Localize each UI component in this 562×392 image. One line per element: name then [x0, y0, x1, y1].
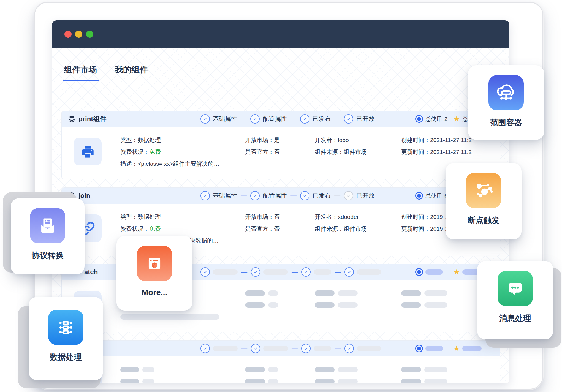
skeleton-pill: [315, 302, 335, 308]
minimize-window-button[interactable]: [75, 31, 82, 38]
component-card-skeleton[interactable]: — — — ★: [61, 340, 500, 383]
skeleton-pill: [315, 379, 335, 383]
field-label: 开放市场：: [245, 214, 274, 220]
skeleton-pill: [120, 314, 219, 320]
chip-breakpoint-trigger[interactable]: 断点触发: [446, 163, 522, 239]
status-steps-skeleton: — — —: [200, 264, 381, 280]
close-window-button[interactable]: [64, 31, 72, 38]
usage-stat-skeleton: [415, 264, 443, 280]
field-label: 创建时间：: [401, 137, 430, 143]
step-dash: —: [290, 115, 297, 122]
usage-label: 总使用: [425, 192, 442, 200]
field-value: 数据处理: [138, 214, 161, 220]
skeleton-pill: [268, 379, 278, 383]
chip-message-processing[interactable]: 消息处理: [477, 261, 553, 339]
check-circle-icon: [251, 267, 260, 277]
skeleton-pill: [401, 379, 421, 383]
field-value: xdooder: [338, 214, 359, 220]
skeleton-pill: [315, 290, 335, 296]
skeleton-pill: [120, 379, 139, 383]
step-dash: —: [290, 192, 297, 199]
skeleton-pill: [357, 346, 381, 351]
step-dash: —: [292, 345, 298, 352]
skeleton-pill: [424, 379, 447, 383]
usage-value: 2: [444, 116, 447, 122]
layers-icon: [68, 115, 75, 123]
skeleton-pill: [142, 379, 154, 383]
card-header: join 基础属性 — 配置属性 — 已发布 — 已开放: [62, 188, 500, 204]
chip-data-processing[interactable]: 数据处理: [29, 297, 103, 380]
window-content: 组件市场 我的组件 print组件 基础属性 — 配置属性 —: [52, 48, 509, 383]
card-header: print组件 基础属性 — 配置属性 — 已发布 — 已开放: [62, 111, 500, 127]
check-circle-icon: [344, 114, 353, 124]
field-label: 资费状况：: [120, 149, 149, 155]
tab-component-market[interactable]: 组件市场: [64, 64, 97, 75]
field-value: 2021-11-27 11:2: [430, 137, 472, 143]
check-circle-icon: [200, 267, 210, 277]
field-label: 开放市场：: [245, 137, 274, 143]
zoom-window-button[interactable]: [86, 31, 93, 38]
usage-stat: 总使用 2: [415, 111, 447, 127]
check-circle-icon: [301, 344, 311, 353]
card-header: — — — ★: [62, 341, 500, 356]
skeleton-pill: [314, 269, 331, 275]
check-circle-icon: [250, 191, 260, 200]
field-label: 是否官方：: [245, 225, 274, 232]
status-steps: 基础属性 — 配置属性 — 已发布 — 已开放: [200, 188, 374, 204]
card-title-label: join: [78, 192, 90, 200]
field-value: 数据处理: [138, 137, 161, 143]
usage-label: 总使用: [425, 115, 442, 123]
skeleton-pill: [424, 302, 447, 308]
star-icon: ★: [453, 268, 460, 276]
field-label: 开发者：: [315, 137, 338, 143]
skeleton-pill: [268, 290, 278, 296]
skeleton-pill: [263, 346, 288, 351]
usage-icon: [415, 115, 423, 123]
chip-more[interactable]: More...: [116, 236, 192, 311]
check-circle-icon: [344, 267, 354, 277]
usage-icon: [415, 345, 423, 352]
star-icon: ★: [453, 345, 460, 352]
step-dash: —: [241, 268, 247, 276]
usage-stat: 总使用 6: [415, 188, 447, 204]
skeleton-pill: [338, 290, 358, 296]
field-value: 否: [274, 225, 280, 232]
tab-my-components[interactable]: 我的组件: [115, 64, 148, 75]
skeleton-pill: [462, 346, 482, 351]
chip-protocol-conversion[interactable]: 协议转换: [11, 198, 85, 274]
component-card-print[interactable]: print组件 基础属性 — 配置属性 — 已发布 — 已开放: [61, 111, 500, 179]
skeleton-pill: [120, 367, 139, 372]
check-circle-icon: [250, 114, 260, 124]
check-circle-icon: [344, 344, 354, 353]
check-circle-icon: [200, 344, 210, 353]
field-value: 2021-11-27 11:2: [430, 149, 472, 155]
skeleton-pill: [245, 290, 265, 296]
printer-icon: [80, 144, 95, 159]
field-label: 开发者：: [315, 214, 338, 220]
field-value-free: 免费: [149, 149, 161, 155]
step-dash: —: [241, 345, 247, 352]
field-value-free: 免费: [149, 225, 161, 232]
chip-range-container[interactable]: 范围容器: [468, 65, 544, 140]
field-label: 类型：: [120, 137, 138, 143]
field-value: 是: [274, 137, 280, 143]
step-dash: —: [335, 268, 341, 276]
skeleton-pill: [338, 302, 358, 308]
doc-envelope-icon: [30, 208, 65, 243]
card-title-label: atch: [84, 268, 98, 276]
skeleton-pill: [401, 302, 421, 308]
data-node-icon: [48, 310, 83, 345]
step-dash: —: [334, 192, 340, 199]
usage-icon: [415, 268, 423, 276]
field-label: 组件来源：: [315, 225, 344, 232]
usage-icon: [415, 192, 423, 200]
chip-label: More...: [116, 288, 192, 297]
field-label: 更新时间：: [401, 225, 430, 232]
field-label: 描述：: [120, 160, 138, 167]
chip-label: 数据处理: [29, 352, 103, 363]
check-circle-icon: [301, 267, 311, 277]
chip-label: 断点触发: [446, 215, 522, 226]
browser-cube-icon: [137, 246, 172, 281]
check-circle-icon: [300, 114, 309, 124]
skeleton-pill: [357, 269, 381, 275]
